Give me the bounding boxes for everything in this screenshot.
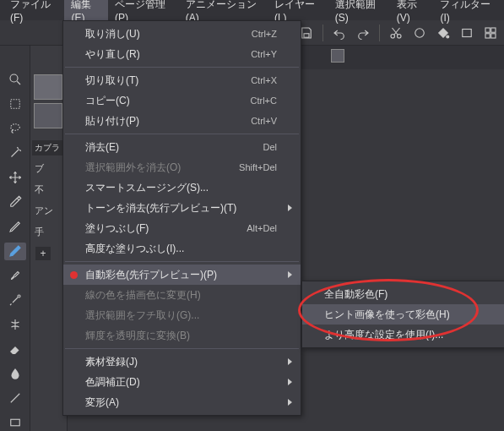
submenu-advanced-settings[interactable]: より高度な設定を使用(I)... <box>302 325 504 345</box>
toolbar-grid-icon[interactable] <box>480 23 501 43</box>
tool-brush-icon[interactable] <box>4 267 26 285</box>
toolbar-separator <box>322 25 323 41</box>
panel-row-4[interactable]: 手 <box>32 224 65 240</box>
menuitem-remove-tone[interactable]: トーンを消去(先行プレビュー)(T) <box>63 198 301 218</box>
svg-rect-10 <box>491 33 496 37</box>
tool-pen-icon[interactable] <box>4 243 26 260</box>
submenu-arrow-icon <box>288 399 292 406</box>
tool-wand-icon[interactable] <box>4 145 26 162</box>
tool-move-icon[interactable] <box>4 169 26 187</box>
toolbox <box>0 46 30 431</box>
annotation-bullet-icon <box>70 271 78 279</box>
tool-magnify-icon[interactable] <box>4 71 26 89</box>
svg-rect-1 <box>304 33 309 37</box>
menuitem-clear-outside: 選択範囲外を消去(O) Shift+Del <box>63 157 301 177</box>
brush-thumb-2[interactable] <box>34 103 62 128</box>
svg-point-5 <box>447 35 449 38</box>
menuitem-clear[interactable]: 消去(E) Del <box>63 137 301 157</box>
tool-decoration-icon[interactable] <box>4 315 26 333</box>
tool-eraser-icon[interactable] <box>4 340 26 357</box>
menuitem-tonal-correction[interactable]: 色調補正(D) <box>63 372 301 392</box>
svg-rect-9 <box>485 33 490 37</box>
tool-blend-icon[interactable] <box>4 364 26 382</box>
submenu-arrow-icon <box>288 271 292 278</box>
toolbar-rect-icon[interactable] <box>457 23 477 43</box>
svg-rect-8 <box>491 28 496 32</box>
submenu-arrow-icon <box>288 379 292 385</box>
menuitem-cut[interactable]: 切り取り(T) Ctrl+X <box>63 70 301 90</box>
brush-thumb-1[interactable] <box>34 74 62 100</box>
toolbar-separator <box>379 25 380 41</box>
menuitem-paste[interactable]: 貼り付け(P) Ctrl+V <box>63 111 301 131</box>
svg-rect-7 <box>485 28 490 32</box>
svg-rect-6 <box>463 29 472 36</box>
menuitem-redo[interactable]: やり直し(R) Ctrl+Y <box>63 44 301 64</box>
panel-row-1[interactable]: ブ <box>32 161 65 177</box>
tool-line-icon[interactable] <box>4 389 26 406</box>
menuitem-undo[interactable]: 取り消し(U) Ctrl+Z <box>63 24 301 44</box>
menuitem-smart-smoothing[interactable]: スマートスムージング(S)... <box>63 177 301 198</box>
menuitem-colorize[interactable]: 自動彩色(先行プレビュー)(P) <box>63 265 301 285</box>
menuitem-copy[interactable]: コピー(C) Ctrl+C <box>63 90 301 111</box>
menuitem-fill[interactable]: 塗りつぶし(F) Alt+Del <box>63 218 301 238</box>
menu-file[interactable]: ファイル(F) <box>3 0 64 27</box>
menuitem-advanced-fill[interactable]: 高度な塗りつぶし(I)... <box>63 238 301 259</box>
colorize-submenu: 全自動彩色(F) ヒント画像を使って彩色(H) より高度な設定を使用(I)... <box>301 281 504 348</box>
edit-menu: 取り消し(U) Ctrl+Z やり直し(R) Ctrl+Y 切り取り(T) Ct… <box>62 20 301 416</box>
tool-lasso-icon[interactable] <box>4 120 26 138</box>
tool-eyedropper-icon[interactable] <box>4 194 26 211</box>
menuitem-transform[interactable]: 変形(A) <box>63 392 301 412</box>
svg-rect-12 <box>10 100 19 109</box>
svg-point-13 <box>10 124 19 131</box>
submenu-arrow-icon <box>288 358 292 365</box>
panel-row-3[interactable]: アン <box>32 203 65 219</box>
toolbar-bucket-icon[interactable] <box>433 23 453 43</box>
menuitem-brightness-to-opacity: 輝度を透明度に変換(B) <box>63 325 301 346</box>
menu-separator <box>65 67 299 68</box>
menu-separator <box>65 134 299 134</box>
menuitem-selection-border: 選択範囲をフチ取り(G)... <box>63 305 301 325</box>
submenu-arrow-icon <box>288 205 292 211</box>
toolbar-redo-icon[interactable] <box>353 23 373 43</box>
menuitem-line-to-drawcolor: 線の色を描画色に変更(H) <box>63 285 301 305</box>
svg-point-11 <box>10 74 18 82</box>
menu-separator <box>65 348 299 349</box>
toolbar-undo-icon[interactable] <box>329 23 350 43</box>
submenu-full-auto[interactable]: 全自動彩色(F) <box>302 284 504 304</box>
svg-point-4 <box>415 28 425 37</box>
tool-marquee-icon[interactable] <box>4 95 26 113</box>
svg-rect-15 <box>10 419 19 426</box>
menu-separator <box>65 261 299 262</box>
svg-point-14 <box>18 295 20 297</box>
brush-group-label: カブラ <box>32 140 65 155</box>
tool-pencil-icon[interactable] <box>4 218 26 236</box>
panel-row-2[interactable]: 不 <box>32 182 65 198</box>
toolbar-cut-icon[interactable] <box>386 23 406 43</box>
toolbar-circle-icon[interactable] <box>409 23 430 43</box>
canvas-thumb[interactable] <box>331 49 344 63</box>
menuitem-register-material[interactable]: 素材登録(J) <box>63 352 301 372</box>
menubar: ファイル(F) 編集(E) ページ管理(P) アニメーション(A) レイヤー(L… <box>0 0 504 20</box>
panel-add-button[interactable]: + <box>35 247 51 260</box>
submenu-hint-image[interactable]: ヒント画像を使って彩色(H) <box>302 304 504 325</box>
tool-rect-icon[interactable] <box>4 413 26 431</box>
tool-airbrush-icon[interactable] <box>4 291 26 308</box>
